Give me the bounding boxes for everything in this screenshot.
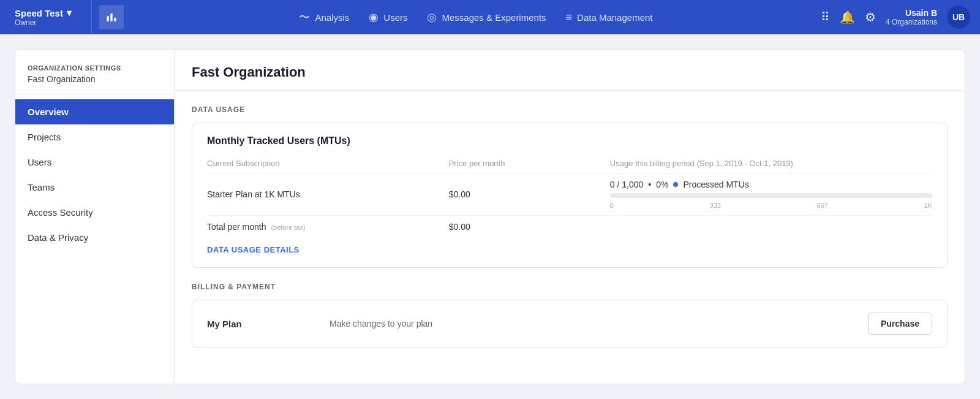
billing-section-label: BILLING & PAYMENT <box>192 283 948 291</box>
data-usage-details-link[interactable]: DATA USAGE DETAILS <box>207 245 300 254</box>
total-price: $0.00 <box>449 222 610 232</box>
usage-ticks: 0 333 667 1K <box>610 202 932 209</box>
usage-dot: • <box>648 180 651 189</box>
billing-plan-label: My Plan <box>207 319 330 329</box>
data-mgmt-icon: ≡ <box>566 11 573 24</box>
plan-name: Starter Plan at 1K MTUs <box>207 189 449 199</box>
analysis-icon: 〜 <box>299 10 310 25</box>
page-title: Fast Organization <box>192 64 948 80</box>
col-price-header: Price per month <box>449 159 610 168</box>
billing-description: Make changes to your plan <box>330 319 868 329</box>
blue-dot <box>673 182 678 187</box>
nav-messages[interactable]: ◎ Messages & Experiments <box>427 10 546 24</box>
nav-data-management[interactable]: ≡ Data Management <box>566 11 653 24</box>
brand-name: Speed Test <box>15 8 63 18</box>
tick-667: 667 <box>817 202 828 209</box>
before-tax: (before tax) <box>271 224 305 231</box>
nav-analysis[interactable]: 〜 Analysis <box>299 10 349 25</box>
nav-users-label: Users <box>383 12 407 23</box>
mtu-card: Monthly Tracked Users (MTUs) Current Sub… <box>192 123 948 268</box>
sidebar-item-data-privacy[interactable]: Data & Privacy <box>15 225 174 250</box>
sidebar-divider <box>15 94 174 94</box>
total-label: Total per month (before tax) <box>207 222 449 232</box>
bell-icon[interactable]: 🔔 <box>840 10 855 25</box>
tick-333: 333 <box>710 202 721 209</box>
sidebar: ORGANIZATION SETTINGS Fast Organization … <box>15 49 174 384</box>
col-current-header: Current Subscription <box>207 159 449 168</box>
sidebar-item-overview[interactable]: Overview <box>15 99 174 124</box>
data-usage-section-label: DATA USAGE <box>192 105 948 114</box>
users-nav-icon: ◉ <box>369 10 379 24</box>
sidebar-item-access-security[interactable]: Access Security <box>15 200 174 225</box>
dashboard-icon-box[interactable] <box>99 5 124 29</box>
top-navigation: Speed Test ▾ Owner 〜 Analysis ◉ Users ◎ … <box>0 0 980 34</box>
svg-rect-1 <box>110 13 112 21</box>
grid-icon[interactable]: ⠿ <box>821 10 830 25</box>
svg-rect-0 <box>107 16 109 21</box>
total-row: Total per month (before tax) $0.00 <box>207 215 932 238</box>
tick-1k: 1K <box>924 202 932 209</box>
billing-card: My Plan Make changes to your plan Purcha… <box>192 300 948 348</box>
content-header: Fast Organization <box>175 50 965 91</box>
nav-users[interactable]: ◉ Users <box>369 10 407 24</box>
mtu-card-title: Monthly Tracked Users (MTUs) <box>207 135 932 146</box>
usage-row-info: 0 / 1,000 • 0% Processed MTUs <box>610 180 932 189</box>
sidebar-item-teams[interactable]: Teams <box>15 175 174 200</box>
nav-messages-label: Messages & Experiments <box>442 12 546 23</box>
main-navigation: 〜 Analysis ◉ Users ◎ Messages & Experime… <box>131 10 821 25</box>
svg-rect-2 <box>114 18 116 21</box>
brand-area[interactable]: Speed Test ▾ Owner <box>0 0 92 34</box>
user-info: Usain B 4 Organizations <box>886 8 937 26</box>
processed-mtu-label: Processed MTUs <box>683 180 748 189</box>
plan-row: Starter Plan at 1K MTUs $0.00 0 / 1,000 … <box>207 173 932 215</box>
chevron-icon: ▾ <box>67 7 72 18</box>
main-wrapper: ORGANIZATION SETTINGS Fast Organization … <box>0 34 980 399</box>
org-settings-label: ORGANIZATION SETTINGS <box>28 64 162 72</box>
bar-chart-icon <box>105 11 118 23</box>
content-area: Fast Organization DATA USAGE Monthly Tra… <box>174 49 965 384</box>
content-body: DATA USAGE Monthly Tracked Users (MTUs) … <box>175 91 965 362</box>
sidebar-item-projects[interactable]: Projects <box>15 124 174 150</box>
tick-0: 0 <box>610 202 614 209</box>
sidebar-item-users[interactable]: Users <box>15 150 174 175</box>
user-orgs: 4 Organizations <box>886 18 937 26</box>
nav-data-management-label: Data Management <box>577 12 652 23</box>
plan-price: $0.00 <box>449 189 610 199</box>
usage-info: 0 / 1,000 • 0% Processed MTUs 0 333 <box>610 180 932 209</box>
nav-analysis-label: Analysis <box>315 12 349 23</box>
col-usage-header: Usage this billing period (Sep 1, 2019 -… <box>610 159 932 168</box>
settings-icon[interactable]: ⚙ <box>865 10 876 25</box>
purchase-button[interactable]: Purchase <box>868 313 932 335</box>
messages-icon: ◎ <box>427 10 437 24</box>
usage-bar-container <box>610 193 932 198</box>
brand-role: Owner <box>15 18 72 27</box>
sidebar-header: ORGANIZATION SETTINGS Fast Organization <box>15 64 174 94</box>
usage-fraction: 0 / 1,000 <box>610 180 644 189</box>
org-name: Fast Organization <box>28 74 162 84</box>
user-name: Usain B <box>886 8 937 18</box>
mtu-table-header: Current Subscription Price per month Usa… <box>207 156 932 173</box>
nav-right-area: ⠿ 🔔 ⚙ Usain B 4 Organizations UB <box>821 6 980 29</box>
avatar[interactable]: UB <box>947 6 970 29</box>
usage-percent: 0% <box>656 180 668 189</box>
